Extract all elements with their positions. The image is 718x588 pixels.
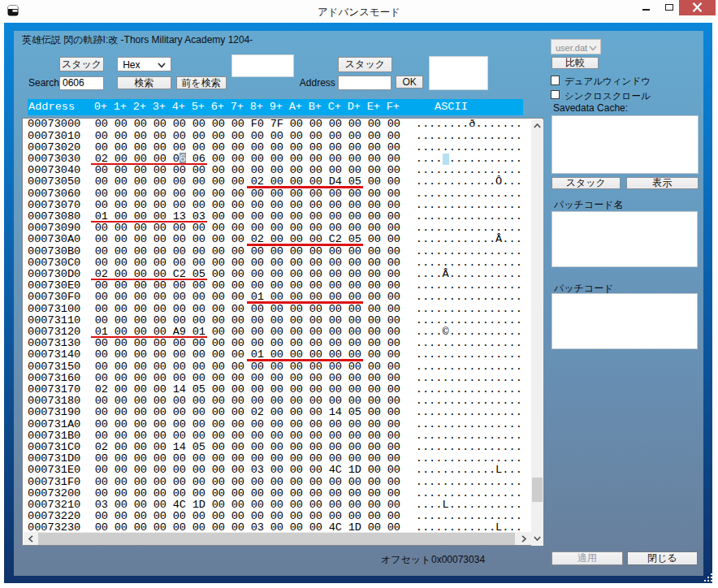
- ascii-char[interactable]: .: [422, 223, 429, 234]
- hex-row[interactable]: 0007306000000000000000000000000000000000…: [24, 188, 527, 200]
- ascii-char[interactable]: .: [476, 326, 482, 338]
- ascii-char[interactable]: .: [495, 280, 502, 292]
- hex-byte[interactable]: 00: [134, 223, 147, 234]
- ascii-char[interactable]: .: [502, 465, 508, 476]
- ascii-char[interactable]: .: [449, 373, 456, 384]
- ascii-char[interactable]: .: [449, 246, 456, 257]
- hex-byte[interactable]: 00: [368, 142, 381, 153]
- hex-row[interactable]: 00073050000000000000000002000000D4050000…: [24, 176, 527, 188]
- hex-byte[interactable]: 00: [212, 361, 225, 373]
- ascii-char[interactable]: .: [476, 200, 482, 211]
- hex-byte[interactable]: 00: [231, 234, 244, 245]
- hex-byte[interactable]: 00: [387, 280, 400, 292]
- hex-byte[interactable]: 00: [212, 188, 225, 200]
- hex-byte[interactable]: 00: [231, 430, 244, 442]
- ascii-char[interactable]: .: [449, 257, 456, 269]
- hex-byte[interactable]: 00: [173, 453, 186, 465]
- ascii-char[interactable]: .: [422, 477, 429, 488]
- hex-byte[interactable]: 00: [348, 338, 361, 349]
- hex-byte[interactable]: 00: [154, 165, 167, 176]
- ascii-char[interactable]: .: [443, 338, 449, 349]
- ascii-char[interactable]: .: [509, 269, 516, 280]
- ascii-char[interactable]: .: [502, 211, 508, 223]
- ascii-char[interactable]: .: [429, 269, 435, 280]
- hex-byte[interactable]: 00: [348, 442, 361, 453]
- ascii-char[interactable]: .: [462, 142, 469, 153]
- ascii-char[interactable]: .: [476, 176, 482, 188]
- hex-byte[interactable]: 00: [212, 223, 225, 234]
- hex-byte[interactable]: 00: [368, 465, 381, 476]
- ascii-char[interactable]: .: [422, 465, 429, 476]
- ascii-char[interactable]: .: [456, 200, 462, 211]
- ascii-char[interactable]: .: [462, 430, 469, 442]
- ascii-char[interactable]: .: [429, 142, 435, 153]
- ascii-char[interactable]: .: [435, 280, 442, 292]
- hex-byte[interactable]: 00: [387, 165, 400, 176]
- hex-byte[interactable]: 00: [231, 165, 244, 176]
- ascii-char[interactable]: .: [449, 465, 456, 476]
- hex-byte[interactable]: 00: [192, 419, 205, 430]
- ascii-char[interactable]: .: [456, 465, 462, 476]
- hex-byte[interactable]: 00: [173, 223, 186, 234]
- ascii-char[interactable]: .: [509, 176, 516, 188]
- ascii-char[interactable]: .: [435, 361, 442, 373]
- hex-byte[interactable]: 00: [387, 499, 400, 511]
- hex-byte[interactable]: 00: [231, 488, 244, 499]
- hex-byte[interactable]: 00: [270, 453, 283, 465]
- ascii-char[interactable]: .: [489, 499, 495, 511]
- ascii-char[interactable]: .: [482, 488, 489, 499]
- hex-byte[interactable]: 00: [251, 488, 264, 499]
- ascii-char[interactable]: .: [516, 338, 522, 349]
- ascii-char[interactable]: .: [416, 176, 422, 188]
- hex-byte[interactable]: 00: [290, 257, 303, 269]
- hex-byte[interactable]: 00: [290, 223, 303, 234]
- hex-byte[interactable]: 00: [115, 396, 128, 407]
- hex-byte[interactable]: 00: [154, 396, 167, 407]
- hex-byte[interactable]: 00: [192, 407, 205, 418]
- ascii-char[interactable]: .: [516, 453, 522, 465]
- ascii-char[interactable]: .: [449, 396, 456, 407]
- hex-row[interactable]: 0007301000000000000000000000000000000000…: [24, 131, 527, 142]
- hex-byte[interactable]: 00: [251, 477, 264, 488]
- ascii-char[interactable]: .: [429, 326, 435, 338]
- hex-row[interactable]: 000731D000000000000000000000000000000000…: [24, 453, 527, 465]
- hex-byte[interactable]: 00: [173, 315, 186, 326]
- ascii-char[interactable]: .: [443, 131, 449, 142]
- ascii-char[interactable]: .: [422, 234, 429, 245]
- hex-byte[interactable]: 00: [270, 211, 283, 223]
- ascii-char[interactable]: .: [429, 430, 435, 442]
- hex-byte[interactable]: 00: [231, 280, 244, 292]
- hex-byte[interactable]: 00: [387, 142, 400, 153]
- ascii-char[interactable]: .: [489, 419, 495, 430]
- hex-byte[interactable]: 00: [231, 246, 244, 257]
- ascii-char[interactable]: .: [443, 246, 449, 257]
- close-button[interactable]: 閉じる: [627, 551, 699, 565]
- ascii-char[interactable]: .: [489, 373, 495, 384]
- ascii-char[interactable]: .: [516, 442, 522, 453]
- ascii-char[interactable]: .: [482, 396, 489, 407]
- hex-byte[interactable]: 00: [173, 361, 186, 373]
- ascii-char[interactable]: .: [502, 396, 508, 407]
- patch-code-box[interactable]: [551, 293, 698, 349]
- ascii-char[interactable]: .: [469, 223, 475, 234]
- ascii-char[interactable]: .: [429, 280, 435, 292]
- hex-byte[interactable]: 00: [212, 373, 225, 384]
- ascii-char[interactable]: .: [489, 349, 495, 361]
- hex-byte[interactable]: 00: [115, 176, 128, 188]
- ascii-char[interactable]: .: [476, 119, 482, 130]
- hex-byte[interactable]: 00: [192, 142, 205, 153]
- ascii-char[interactable]: .: [476, 234, 482, 245]
- hex-byte[interactable]: 00: [154, 419, 167, 430]
- hex-byte[interactable]: 00: [329, 223, 342, 234]
- hex-byte[interactable]: 00: [387, 119, 400, 130]
- apply-button[interactable]: 適用: [551, 551, 623, 565]
- ascii-char[interactable]: .: [443, 280, 449, 292]
- hex-byte[interactable]: 00: [270, 131, 283, 142]
- hex-byte[interactable]: 00: [115, 442, 128, 453]
- hex-byte[interactable]: 00: [368, 188, 381, 200]
- ascii-char[interactable]: Â: [495, 234, 502, 245]
- ascii-char[interactable]: .: [482, 349, 489, 361]
- hex-byte[interactable]: 00: [251, 453, 264, 465]
- hex-byte[interactable]: 00: [270, 223, 283, 234]
- ascii-char[interactable]: .: [449, 223, 456, 234]
